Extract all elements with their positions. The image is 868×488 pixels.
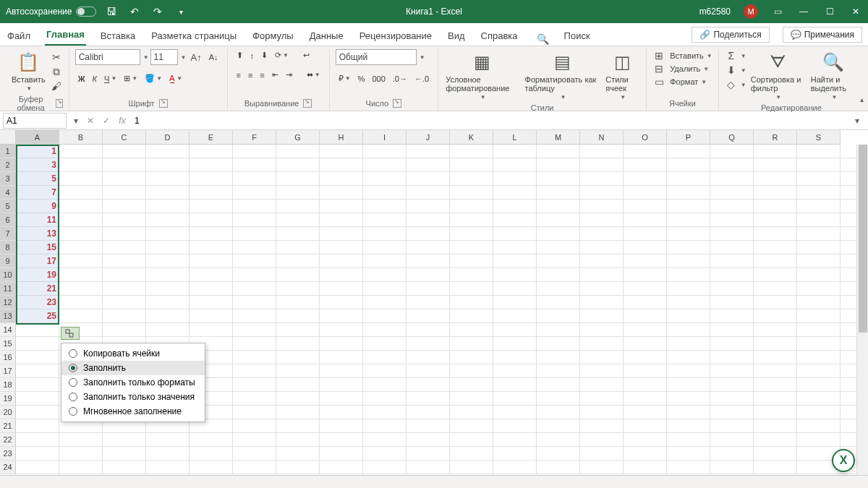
cell-P10[interactable] [667,268,710,281]
number-format-select[interactable]: Общий [336,49,417,65]
cell-I13[interactable] [363,309,407,322]
cell-M8[interactable] [537,241,580,254]
cancel-formula-icon[interactable]: ✕ [82,116,98,126]
cell-F4[interactable] [233,186,276,199]
cell-L21[interactable] [493,419,537,432]
minimize-icon[interactable]: — [797,7,810,17]
cell-L9[interactable] [493,254,537,267]
cell-R13[interactable] [754,309,797,322]
tab-data[interactable]: Данные [308,26,345,46]
cell-F6[interactable] [233,213,276,226]
cell-F11[interactable] [233,282,276,295]
cell-K7[interactable] [450,227,493,240]
cell-I4[interactable] [363,186,407,199]
cell-R9[interactable] [754,254,797,267]
cell-S17[interactable] [797,364,841,377]
cell-D14[interactable] [146,323,190,336]
cell-O20[interactable] [624,406,667,419]
currency-icon[interactable]: ₽▼ [336,72,354,85]
cell-I21[interactable] [363,419,407,432]
cell-I15[interactable] [363,337,407,350]
cell-A18[interactable] [16,378,59,391]
cell-H23[interactable] [320,447,363,460]
cell-M19[interactable] [537,392,580,405]
cell-M7[interactable] [537,227,580,240]
search-label[interactable]: Поиск [563,26,592,46]
cell-H20[interactable] [320,406,363,419]
cell-G3[interactable] [276,172,320,185]
cell-L18[interactable] [493,378,537,391]
cell-R23[interactable] [754,447,797,460]
row-header-21[interactable]: 21 [0,419,16,432]
cell-C6[interactable] [103,213,146,226]
cell-D13[interactable] [146,309,190,322]
cell-M16[interactable] [537,351,580,364]
cell-S5[interactable] [797,200,841,213]
cell-L11[interactable] [493,282,537,295]
cell-N8[interactable] [580,241,624,254]
cell-O7[interactable] [624,227,667,240]
cell-Q18[interactable] [710,378,754,391]
cell-E1[interactable] [190,145,233,158]
row-header-19[interactable]: 19 [0,392,16,405]
row-header-23[interactable]: 23 [0,447,16,460]
cell-S21[interactable] [797,419,841,432]
cell-D3[interactable] [146,172,190,185]
cell-R7[interactable] [754,227,797,240]
italic-icon[interactable]: К [90,73,100,85]
cell-R22[interactable] [754,433,797,446]
cell-J19[interactable] [407,392,450,405]
col-header-B[interactable]: B [59,130,103,144]
cell-Q19[interactable] [710,392,754,405]
cell-A23[interactable] [16,447,59,460]
row-header-4[interactable]: 4 [0,186,16,199]
cell-R5[interactable] [754,200,797,213]
cell-L4[interactable] [493,186,537,199]
cell-P18[interactable] [667,378,710,391]
cell-I5[interactable] [363,200,407,213]
cell-R12[interactable] [754,296,797,309]
cell-F7[interactable] [233,227,276,240]
select-all-corner[interactable] [0,130,16,145]
cell-O18[interactable] [624,378,667,391]
cell-H9[interactable] [320,254,363,267]
cell-I17[interactable] [363,364,407,377]
cell-H6[interactable] [320,213,363,226]
cell-O16[interactable] [624,351,667,364]
cell-M17[interactable] [537,364,580,377]
cell-H13[interactable] [320,309,363,322]
cell-B4[interactable] [59,186,103,199]
cell-J14[interactable] [407,323,450,336]
cell-S11[interactable] [797,282,841,295]
cell-G24[interactable] [276,461,320,474]
font-size-select[interactable]: 11 [150,49,178,65]
cell-G18[interactable] [276,378,320,391]
vertical-scrollbar[interactable] [856,145,868,475]
cell-M1[interactable] [537,145,580,158]
font-launcher[interactable] [159,99,168,108]
cell-J10[interactable] [407,268,450,281]
cell-J4[interactable] [407,186,450,199]
copy-icon[interactable]: ⧉ [50,65,63,78]
cell-S15[interactable] [797,337,841,350]
cell-A10[interactable]: 19 [16,268,59,281]
cell-R14[interactable] [754,323,797,336]
cell-M14[interactable] [537,323,580,336]
cell-S22[interactable] [797,433,841,446]
cell-B6[interactable] [59,213,103,226]
format-painter-icon[interactable]: 🖌 [50,80,63,93]
cell-G10[interactable] [276,268,320,281]
cell-M24[interactable] [537,461,580,474]
wrap-text-icon[interactable]: ↩ [300,49,312,61]
cell-C4[interactable] [103,186,146,199]
cell-M22[interactable] [537,433,580,446]
cell-H22[interactable] [320,433,363,446]
cell-S14[interactable] [797,323,841,336]
cell-Q4[interactable] [710,186,754,199]
cell-H10[interactable] [320,268,363,281]
format-as-table-button[interactable]: ▤Форматировать как таблицу▼ [524,49,602,102]
cell-N18[interactable] [580,378,624,391]
cell-G9[interactable] [276,254,320,267]
cell-H11[interactable] [320,282,363,295]
cell-R19[interactable] [754,392,797,405]
